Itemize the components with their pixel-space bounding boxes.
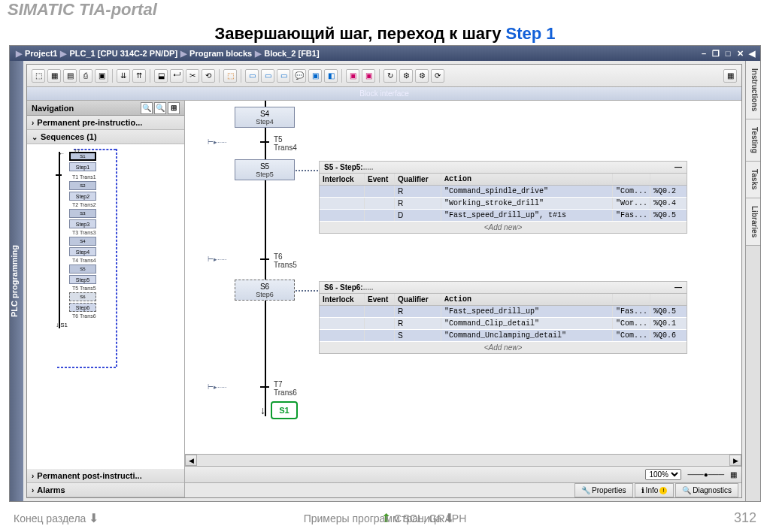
tb-icon[interactable]: ⮠ — [170, 69, 183, 83]
tb-icon[interactable]: ▣ — [95, 69, 108, 83]
zoom-select[interactable]: 100% — [645, 469, 681, 480]
action-row[interactable]: D"Fast_speed_drill_up", t#1s"Fas...%Q0.5 — [320, 210, 687, 222]
trans-marker[interactable]: ⊢▸····· — [208, 255, 227, 263]
graph-editor-canvas[interactable]: S4Step4 T5Trans4 ⊢▸····· S5Step5 T6T — [185, 101, 741, 454]
arrow-down-icon: ⬇ — [89, 511, 99, 525]
tb-icon[interactable]: ▣ — [346, 69, 359, 83]
footer: Конец раздела⬇ Примеры программ SCL, GRA… — [0, 510, 770, 526]
collapse-right-icon[interactable]: ◀ — [747, 48, 757, 59]
zoom-slider[interactable]: ───●─── — [687, 470, 724, 479]
step-s6[interactable]: S6Step6 — [235, 280, 295, 301]
action-row[interactable]: R"Working_stroke_drill""Wor...%Q0.4 — [320, 198, 687, 210]
block-interface-bar[interactable]: Block interface — [27, 87, 741, 101]
add-new-action[interactable]: <Add new> — [320, 342, 687, 353]
tb-icon[interactable]: ▦ — [47, 69, 61, 83]
restore-icon[interactable]: ❐ — [711, 48, 721, 59]
close-icon[interactable]: ✕ — [735, 48, 745, 59]
tb-icon[interactable]: ↻ — [383, 69, 397, 83]
maximize-icon[interactable]: □ — [723, 48, 733, 59]
tb-icon[interactable]: ▭ — [261, 69, 274, 83]
horizontal-scrollbar[interactable]: ◀▶ — [185, 454, 741, 466]
trans-marker[interactable]: ⊢▸····· — [208, 383, 227, 391]
tab-instructions[interactable]: Instructions — [746, 61, 760, 119]
nav-post-instructions[interactable]: ›Permanent post-instructi... — [27, 469, 184, 483]
tab-libraries[interactable]: Libraries — [746, 198, 760, 246]
tb-icon[interactable]: ⟳ — [431, 69, 444, 83]
step-s5[interactable]: S5Step5 — [235, 159, 295, 180]
tb-icon[interactable]: ▣ — [308, 69, 322, 83]
collapse-icon[interactable]: — — [675, 163, 682, 171]
app-header: SIMATIC TIA-portal — [8, 0, 157, 20]
tb-icon[interactable]: ▣ — [362, 69, 375, 83]
zoom-fit-icon[interactable]: ⊞ — [168, 102, 180, 114]
tab-testing[interactable]: Testing — [746, 119, 760, 162]
page-title: Завершающий шаг, переход к шагу Step 1 — [0, 24, 770, 44]
tb-icon[interactable]: 💬 — [293, 69, 306, 83]
tb-icon[interactable]: ✂ — [186, 69, 199, 83]
tb-icon[interactable]: ⬚ — [32, 69, 45, 83]
tb-icon[interactable]: ⬚ — [223, 69, 237, 83]
tb-icon[interactable]: ⇈ — [132, 69, 146, 83]
action-row[interactable]: R"Command_spindle_drive""Com...%Q0.2 — [320, 186, 687, 198]
tb-icon[interactable]: ⬓ — [154, 69, 168, 83]
nav-alarms[interactable]: ›Alarms — [27, 483, 184, 497]
nav-sequences[interactable]: ⌄Sequences (1) — [27, 130, 184, 144]
collapse-icon[interactable]: — — [675, 283, 682, 292]
tb-icon[interactable]: ⇊ — [117, 69, 130, 83]
action-row[interactable]: S"Command_Unclamping_detail""Com...%Q0.6 — [320, 330, 687, 342]
left-rail-plc[interactable]: PLC programming — [10, 61, 23, 501]
tb-icon[interactable]: ▭ — [245, 69, 259, 83]
toolbar: ⬚ ▦ ▤ ⎙ ▣ ⇊ ⇈ ⬓ ⮠ ✂ ⟲ ⬚ ▭ — [27, 65, 741, 87]
breadcrumb: ▶ Project1 ▶ PLC_1 [CPU 314C-2 PN/DP] ▶ … — [10, 46, 760, 61]
zoom-in-icon[interactable]: 🔍 — [141, 102, 153, 114]
nav-header: Navigation 🔍 🔍 ⊞ — [27, 101, 184, 116]
overview-icon[interactable]: ▦ — [730, 470, 737, 479]
nav-pre-instructions[interactable]: ›Permanent pre-instructio... — [27, 116, 184, 130]
add-new-action[interactable]: <Add new> — [320, 222, 687, 233]
tab-properties[interactable]: 🔧Properties — [574, 483, 633, 497]
action-block-s5[interactable]: S5 - Step5: .....— Interlock Event Quali… — [319, 161, 687, 234]
step-s4[interactable]: S4Step4 — [235, 107, 295, 128]
nav-tree[interactable]: ← T7 S1 Step1 T1 Trans1 S2 Step2 T2 Tran… — [27, 144, 184, 469]
action-block-s6[interactable]: S6 - Step6: .....— Interlock Event Quali… — [319, 281, 687, 354]
tab-info[interactable]: ℹInfo ! — [635, 483, 675, 497]
jump-s1[interactable]: S1 — [271, 401, 298, 419]
action-row[interactable]: R"Fast_speed_drill_up""Fas...%Q0.5 — [320, 306, 687, 318]
tab-tasks[interactable]: Tasks — [746, 162, 760, 198]
tb-icon[interactable]: ⟲ — [202, 69, 215, 83]
tb-icon[interactable]: ▭ — [277, 69, 290, 83]
breadcrumb-item[interactable]: Program blocks — [189, 49, 252, 58]
trans-marker[interactable]: ⊢▸····· — [208, 138, 227, 146]
breadcrumb-item[interactable]: Project1 — [25, 49, 57, 58]
action-row[interactable]: R"Command_Clip_detail""Com...%Q0.1 — [320, 318, 687, 330]
tb-icon[interactable]: ⚙ — [399, 69, 413, 83]
zoom-out-icon[interactable]: 🔍 — [154, 102, 166, 114]
tb-icon[interactable]: ▤ — [63, 69, 77, 83]
app-window: ▶ Project1 ▶ PLC_1 [CPU 314C-2 PN/DP] ▶ … — [9, 45, 761, 502]
breadcrumb-item[interactable]: Block_2 [FB1] — [264, 49, 319, 58]
tb-icon[interactable]: ⚙ — [415, 69, 429, 83]
breadcrumb-item[interactable]: PLC_1 [CPU 314C-2 PN/DP] — [69, 49, 177, 58]
tb-icon[interactable]: ◧ — [324, 69, 338, 83]
tb-icon[interactable]: ▦ — [723, 69, 737, 83]
tb-icon[interactable]: ⎙ — [79, 69, 92, 83]
page-number: 312 — [734, 510, 756, 526]
minimize-icon[interactable]: – — [699, 48, 709, 59]
tab-diagnostics[interactable]: 🔍Diagnostics — [675, 483, 738, 497]
